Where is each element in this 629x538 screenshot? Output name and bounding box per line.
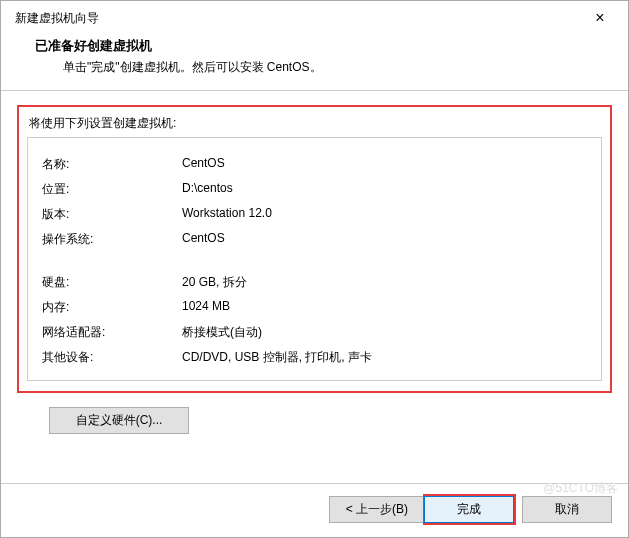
settings-row: 其他设备: CD/DVD, USB 控制器, 打印机, 声卡: [42, 349, 587, 366]
customize-hardware-button[interactable]: 自定义硬件(C)...: [49, 407, 189, 434]
row-label-version: 版本:: [42, 206, 182, 223]
row-value-disk: 20 GB, 拆分: [182, 274, 587, 291]
settings-group-label: 将使用下列设置创建虚拟机:: [27, 115, 602, 138]
settings-row: 操作系统: CentOS: [42, 231, 587, 248]
row-label-other-devices: 其他设备:: [42, 349, 182, 366]
titlebar: 新建虚拟机向导 ×: [1, 1, 628, 33]
row-label-network: 网络适配器:: [42, 324, 182, 341]
settings-highlight: 将使用下列设置创建虚拟机: 名称: CentOS 位置: D:\centos 版…: [17, 105, 612, 393]
settings-row: 网络适配器: 桥接模式(自动): [42, 324, 587, 341]
row-value-os: CentOS: [182, 231, 587, 248]
footer: < 上一步(B) 完成 取消: [1, 483, 628, 537]
settings-row: 位置: D:\centos: [42, 181, 587, 198]
row-value-version: Workstation 12.0: [182, 206, 587, 223]
settings-row: 名称: CentOS: [42, 156, 587, 173]
header-subtitle: 单击"完成"创建虚拟机。然后可以安装 CentOS。: [35, 59, 608, 76]
settings-row: 硬盘: 20 GB, 拆分: [42, 274, 587, 291]
settings-groupbox: 名称: CentOS 位置: D:\centos 版本: Workstation…: [27, 137, 602, 381]
cancel-button[interactable]: 取消: [522, 496, 612, 523]
back-button[interactable]: < 上一步(B): [329, 496, 425, 523]
row-label-os: 操作系统:: [42, 231, 182, 248]
customize-hardware-area: 自定义硬件(C)...: [49, 407, 612, 434]
new-vm-wizard-dialog: 新建虚拟机向导 × 已准备好创建虚拟机 单击"完成"创建虚拟机。然后可以安装 C…: [0, 0, 629, 538]
window-title: 新建虚拟机向导: [15, 10, 99, 27]
header: 已准备好创建虚拟机 单击"完成"创建虚拟机。然后可以安装 CentOS。: [1, 33, 628, 90]
content: 将使用下列设置创建虚拟机: 名称: CentOS 位置: D:\centos 版…: [1, 91, 628, 483]
row-value-memory: 1024 MB: [182, 299, 587, 316]
row-label-memory: 内存:: [42, 299, 182, 316]
close-icon[interactable]: ×: [584, 9, 616, 27]
row-label-name: 名称:: [42, 156, 182, 173]
finish-button[interactable]: 完成: [424, 496, 514, 523]
back-finish-group: < 上一步(B) 完成: [330, 496, 516, 523]
row-value-network: 桥接模式(自动): [182, 324, 587, 341]
header-title: 已准备好创建虚拟机: [35, 37, 608, 55]
row-label-disk: 硬盘:: [42, 274, 182, 291]
row-value-location: D:\centos: [182, 181, 587, 198]
finish-highlight: 完成: [423, 494, 516, 525]
row-value-name: CentOS: [182, 156, 587, 173]
settings-row: 内存: 1024 MB: [42, 299, 587, 316]
settings-row: 版本: Workstation 12.0: [42, 206, 587, 223]
row-value-other-devices: CD/DVD, USB 控制器, 打印机, 声卡: [182, 349, 587, 366]
row-label-location: 位置:: [42, 181, 182, 198]
